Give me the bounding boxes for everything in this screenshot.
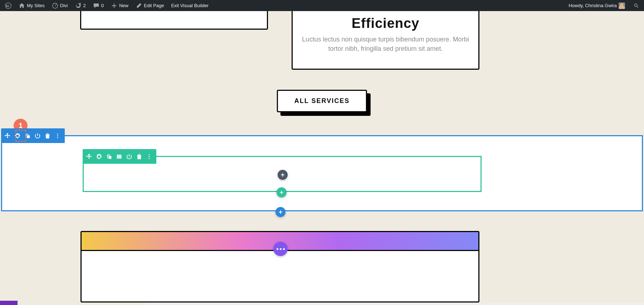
move-icon xyxy=(86,153,92,160)
my-sites-label: My Sites xyxy=(27,0,45,11)
admin-bar-right: Howdy, Christina Gwira xyxy=(566,0,642,11)
svg-point-2 xyxy=(634,4,637,6)
ellipsis-icon xyxy=(277,248,285,250)
svg-point-5 xyxy=(57,137,58,138)
divi-section[interactable]: + + xyxy=(1,135,643,211)
greeting-text: Howdy, Christina Gwira xyxy=(569,0,617,11)
gear-icon xyxy=(96,153,102,160)
site-name-link[interactable]: Divi xyxy=(49,0,71,11)
new-content-link[interactable]: New xyxy=(108,0,131,11)
add-row-button[interactable]: + xyxy=(277,187,287,197)
admin-bar-left: My Sites Divi 2 0 New Edit Page Exit Vis… xyxy=(2,0,211,11)
wordpress-icon xyxy=(5,3,11,9)
row-save-button[interactable] xyxy=(124,152,134,162)
duplicate-icon xyxy=(24,133,31,139)
existing-content-area: Efficiency Luctus lectus non quisque tur… xyxy=(0,11,644,134)
columns-icon xyxy=(116,153,122,160)
my-account-link[interactable]: Howdy, Christina Gwira xyxy=(566,0,628,11)
visual-builder-canvas: Efficiency Luctus lectus non quisque tur… xyxy=(0,0,644,305)
section-delete-button[interactable] xyxy=(43,131,53,141)
svg-point-7 xyxy=(149,156,150,157)
trash-icon xyxy=(44,133,51,139)
section-save-button[interactable] xyxy=(33,131,43,141)
row-toolbar xyxy=(83,149,156,164)
svg-point-3 xyxy=(57,133,58,134)
svg-point-6 xyxy=(149,154,150,155)
my-sites-link[interactable]: My Sites xyxy=(16,0,48,11)
all-services-wrap: ALL SERVICES xyxy=(277,90,367,112)
exit-visual-builder-link[interactable]: Exit Visual Builder xyxy=(168,0,211,11)
power-icon xyxy=(34,133,41,139)
pencil-icon xyxy=(136,3,142,9)
section-settings-button[interactable] xyxy=(13,131,23,141)
new-label: New xyxy=(119,0,128,11)
gear-icon xyxy=(14,133,21,139)
row-more-button[interactable] xyxy=(144,152,154,162)
updates-count: 2 xyxy=(83,0,86,11)
comment-icon xyxy=(93,3,99,9)
gauge-icon xyxy=(52,3,58,9)
add-section-button[interactable]: + xyxy=(275,207,286,217)
user-avatar xyxy=(619,3,625,9)
comments-count: 0 xyxy=(101,0,104,11)
comments-link[interactable]: 0 xyxy=(90,0,107,11)
all-services-button[interactable]: ALL SERVICES xyxy=(277,90,367,112)
row-delete-button[interactable] xyxy=(134,152,144,162)
plus-glyph: + xyxy=(281,171,285,179)
row-settings-button[interactable] xyxy=(94,152,104,162)
wp-logo-menu[interactable] xyxy=(2,0,14,11)
site-name-label: Divi xyxy=(60,0,68,11)
builder-bottom-panel-hint-right xyxy=(145,303,644,305)
exit-vb-label: Exit Visual Builder xyxy=(171,0,209,11)
svg-point-8 xyxy=(149,158,150,159)
edit-page-label: Edit Page xyxy=(144,0,164,11)
efficiency-title: Efficiency xyxy=(302,16,469,31)
edit-page-link[interactable]: Edit Page xyxy=(133,0,167,11)
row-columns-button[interactable] xyxy=(114,152,124,162)
duplicate-icon xyxy=(106,153,112,160)
power-icon xyxy=(126,153,132,160)
update-icon xyxy=(75,3,82,9)
plus-glyph: + xyxy=(280,189,284,196)
plus-icon xyxy=(111,3,117,9)
section-actions-button[interactable] xyxy=(273,242,288,256)
section-more-button[interactable] xyxy=(53,131,63,141)
add-module-button[interactable]: + xyxy=(278,170,288,180)
row-move-button[interactable] xyxy=(84,152,94,162)
trash-icon xyxy=(136,153,142,160)
row-duplicate-button[interactable] xyxy=(104,152,114,162)
divi-row[interactable]: + xyxy=(83,156,482,192)
efficiency-text: Luctus lectus non quisque turpis bibendu… xyxy=(302,35,469,53)
updates-link[interactable]: 2 xyxy=(72,0,89,11)
kebab-icon xyxy=(146,153,152,160)
wp-admin-bar: My Sites Divi 2 0 New Edit Page Exit Vis… xyxy=(0,0,644,11)
section-duplicate-button[interactable] xyxy=(23,131,33,141)
search-icon xyxy=(634,3,639,9)
plus-glyph: + xyxy=(279,208,283,216)
move-icon xyxy=(4,133,11,139)
admin-search-button[interactable] xyxy=(631,0,642,11)
builder-bottom-panel-hint xyxy=(0,301,18,305)
svg-point-4 xyxy=(57,135,58,136)
efficiency-card[interactable]: Efficiency Luctus lectus non quisque tur… xyxy=(292,8,479,70)
kebab-icon xyxy=(54,133,61,139)
section-toolbar xyxy=(1,128,65,143)
svg-point-0 xyxy=(5,3,11,8)
house-icon xyxy=(19,3,25,9)
section-move-button[interactable] xyxy=(3,131,13,141)
